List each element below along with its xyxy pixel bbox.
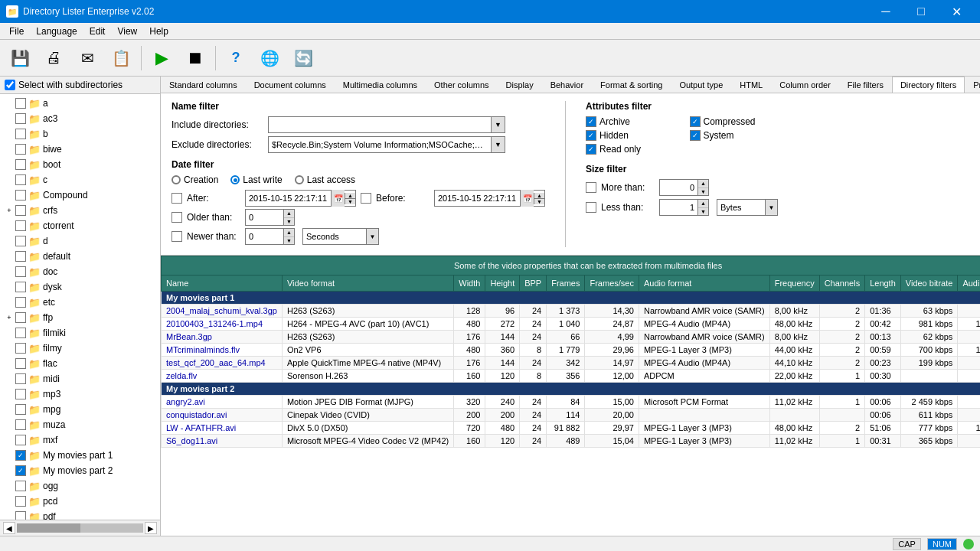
time-unit-dropdown-btn[interactable]: ▼ [366,229,378,244]
table-row[interactable]: S6_dog11.avi Microsoft MPEG-4 Video Code… [162,435,981,448]
tree-item-midi[interactable]: 📁 midi [0,371,160,386]
before-date-input[interactable]: 2015-10-15 22:17:11 📅 ▲ ▼ [434,190,545,207]
tree-item-filmiki[interactable]: 📁 filmiki [0,325,160,341]
less-down-btn[interactable]: ▼ [698,208,708,216]
tree-checkbox[interactable] [15,373,26,384]
tree-item-mxf[interactable]: 📁 mxf [0,432,160,448]
table-row[interactable]: zelda.flv Sorenson H.263 160 120 8 356 1… [162,370,981,383]
more-than-checkbox[interactable] [586,182,596,193]
less-than-input[interactable]: 1 ▲ ▼ [659,199,709,216]
save-button[interactable]: 💾 [5,43,35,73]
newer-up-btn[interactable]: ▲ [284,229,294,237]
table-row[interactable]: test_qcf_200_aac_64.mp4 Apple QuickTime … [162,357,981,370]
before-down-btn[interactable]: ▼ [534,199,544,204]
tree-item-my-movies-1[interactable]: ✓ 📁 My movies part 1 [0,448,160,463]
exclude-directories-combo[interactable]: $Recycle.Bin;System Volume Information;M… [268,136,505,153]
less-up-btn[interactable]: ▲ [698,200,708,208]
compressed-checkbox[interactable]: ✓ [690,116,701,127]
tree-checkbox[interactable] [15,220,26,231]
menu-help[interactable]: Help [143,24,175,38]
archive-checkbox[interactable]: ✓ [586,116,596,127]
print-button[interactable]: 🖨 [38,43,69,73]
select-subdirectories-checkbox[interactable] [5,80,15,90]
tree-item-biwe[interactable]: 📁 biwe [0,142,160,157]
tree-checkbox[interactable] [15,389,26,399]
tree-checkbox[interactable] [15,282,26,292]
tree-item-flac[interactable]: 📁 flac [0,356,160,371]
tab-multimedia-columns[interactable]: Multimedia columns [335,77,426,93]
tree-checkbox[interactable] [15,251,26,262]
email-button[interactable]: ✉ [72,43,103,73]
newer-input[interactable]: 0 ▲ ▼ [245,228,295,245]
tree-checkbox[interactable] [15,98,26,109]
tree-checkbox[interactable] [15,236,26,246]
table-row[interactable]: LW - AFATHFR.avi DivX 5.0 (DX50) 720 480… [162,422,981,435]
tree-checkbox[interactable] [15,312,26,323]
maximize-button[interactable]: □ [903,0,939,23]
before-calendar-btn[interactable]: 📅 [520,190,534,207]
tab-column-order[interactable]: Column order [771,77,839,93]
tab-output-type[interactable]: Output type [671,77,731,93]
tab-other-columns[interactable]: Other columns [426,77,498,93]
tree-checkbox[interactable] [15,129,26,139]
tree-checkbox[interactable] [15,159,26,170]
table-row[interactable]: angry2.avi Motion JPEG DIB Format (MJPG)… [162,396,981,409]
table-row[interactable]: 20100403_131246-1.mp4 H264 - MPEG-4 AVC … [162,318,981,331]
tree-checkbox[interactable] [15,297,26,308]
tree-checkbox[interactable] [15,113,26,124]
tab-html[interactable]: HTML [731,77,771,93]
tree-checkbox[interactable] [15,190,26,201]
refresh-button[interactable]: 🔄 [288,43,318,73]
tab-document-columns[interactable]: Document columns [246,77,335,93]
tree-item-boot[interactable]: 📁 boot [0,157,160,172]
tab-file-filters[interactable]: File filters [839,77,892,93]
tree-checkbox[interactable] [15,481,26,491]
tree-checkbox[interactable] [15,358,26,369]
tab-display[interactable]: Display [498,77,542,93]
radio-creation[interactable]: Creation [172,174,218,185]
tree-item-crfs[interactable]: + 📁 crfs [0,203,160,218]
tree-checkbox[interactable]: ✓ [15,450,26,461]
minimize-button[interactable]: ─ [868,0,903,23]
tree-checkbox[interactable] [15,496,26,507]
after-down-btn[interactable]: ▼ [345,199,355,204]
tree-checkbox[interactable] [15,511,26,520]
tree-checkbox[interactable] [15,205,26,216]
older-input[interactable]: 0 ▲ ▼ [245,209,295,226]
web-button[interactable]: 🌐 [254,43,285,73]
include-directories-combo[interactable]: ▼ [268,116,505,133]
radio-last-access[interactable]: Last access [295,174,355,185]
table-row[interactable]: MTcriminalminds.flv On2 VP6 480 360 8 1 … [162,344,981,357]
tree-checkbox[interactable] [15,266,26,277]
creation-radio-circle[interactable] [172,175,181,184]
after-calendar-btn[interactable]: 📅 [331,190,345,207]
table-row[interactable]: conquistador.avi Cinepak Video (CVID) 20… [162,409,981,422]
tree-item-a[interactable]: 📁 a [0,96,160,111]
tab-format-sorting[interactable]: Format & sorting [592,77,671,93]
tab-directory-filters[interactable]: Directory filters [892,77,965,93]
scrollbar-thumb[interactable] [17,523,80,533]
last-access-radio-circle[interactable] [295,175,304,184]
before-checkbox[interactable] [361,193,371,204]
table-row[interactable]: MrBean.3gp H263 (S263) 176 144 24 66 4,9… [162,331,981,344]
less-than-checkbox[interactable] [586,202,596,213]
scroll-right-button[interactable]: ▶ [145,522,157,534]
menu-view[interactable]: View [111,24,143,38]
tree-item-ffp[interactable]: + 📁 ffp [0,310,160,325]
hidden-checkbox[interactable]: ✓ [586,130,596,141]
tree-item-d[interactable]: 📁 d [0,233,160,249]
system-checkbox[interactable]: ✓ [690,130,701,141]
tree-item-mp3[interactable]: 📁 mp3 [0,386,160,402]
tree-item-pcd[interactable]: 📁 pcd [0,494,160,509]
tree-item-ogg[interactable]: 📁 ogg [0,478,160,494]
horizontal-scrollbar[interactable] [17,523,143,533]
older-checkbox[interactable] [172,212,182,223]
menu-file[interactable]: File [3,24,30,38]
scroll-left-button[interactable]: ◀ [3,522,15,534]
tree-checkbox[interactable]: ✓ [15,465,26,476]
tree-checkbox[interactable] [15,343,26,354]
time-unit-combo[interactable]: Seconds ▼ [302,228,379,245]
more-than-input[interactable]: 0 ▲ ▼ [659,179,709,196]
more-up-btn[interactable]: ▲ [698,180,708,188]
tree-item-c[interactable]: 📁 c [0,172,160,187]
